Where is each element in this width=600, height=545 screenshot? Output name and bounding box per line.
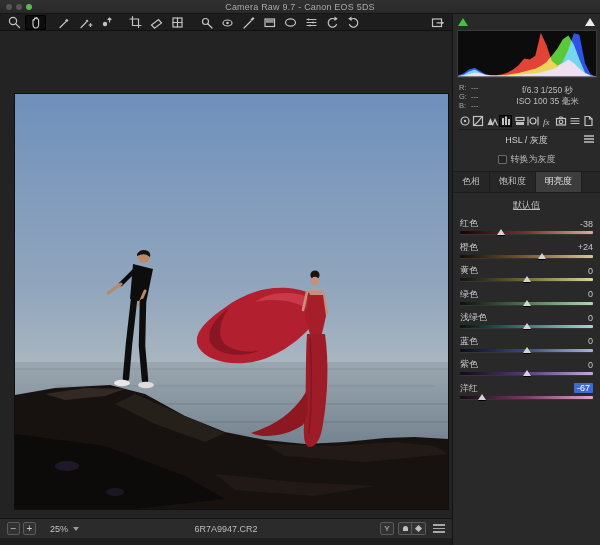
slider-track[interactable] xyxy=(460,231,593,234)
rotate-cw-tool-icon[interactable] xyxy=(343,15,364,30)
person-icon xyxy=(403,526,408,531)
tab-luminance[interactable]: 明亮度 xyxy=(536,172,582,192)
camera-raw-window: Camera Raw 9.7 - Canon EOS 5DS xyxy=(0,0,600,545)
tab-effects-icon[interactable]: fx xyxy=(541,115,554,127)
swap-settings-button[interactable] xyxy=(412,522,426,535)
panel-menu-icon[interactable] xyxy=(584,135,594,143)
slider-thumb[interactable] xyxy=(497,229,505,235)
targeted-adjustment-tool-icon[interactable] xyxy=(96,15,117,30)
toggle-fullscreen-icon[interactable] xyxy=(427,15,448,30)
exif-line1: f/6.3 1/250 秒 xyxy=(501,85,594,96)
tab-split-toning-icon[interactable] xyxy=(513,115,526,127)
tab-camera-calibration-icon[interactable] xyxy=(554,115,567,127)
grayscale-checkbox-row[interactable]: 转换为灰度 xyxy=(453,153,600,166)
magenta-value-input[interactable]: -67 xyxy=(574,383,593,393)
exif-line2: ISO 100 35 毫米 xyxy=(501,96,594,107)
grayscale-checkbox-label: 转换为灰度 xyxy=(511,153,556,166)
slider-value[interactable]: 0 xyxy=(588,360,593,370)
close-window-icon[interactable] xyxy=(6,4,12,10)
zoom-out-button[interactable]: − xyxy=(7,522,20,535)
hsl-sliders: 红色-38 橙色+24 黄色0 绿色0 浅绿色0 蓝色0 xyxy=(460,218,593,402)
shadow-clipping-icon[interactable] xyxy=(458,18,468,26)
copy-settings-button[interactable] xyxy=(398,522,412,535)
histogram[interactable] xyxy=(457,16,596,80)
slider-track[interactable] xyxy=(460,255,593,258)
hsl-tabs: 色相 饱和度 明亮度 xyxy=(453,171,600,193)
before-after-toggle-button[interactable]: Y xyxy=(380,522,394,535)
slider-thumb[interactable] xyxy=(523,300,531,306)
white-balance-tool-icon[interactable] xyxy=(54,15,75,30)
graduated-filter-tool-icon[interactable] xyxy=(259,15,280,30)
tab-tone-curve-icon[interactable] xyxy=(472,115,485,127)
histogram-plot xyxy=(457,30,597,78)
window-footer xyxy=(0,538,452,545)
preview-menu-icon[interactable] xyxy=(433,524,445,533)
slider-red[interactable]: 红色-38 xyxy=(460,218,593,237)
tab-snapshots-icon[interactable] xyxy=(582,115,595,127)
slider-thumb[interactable] xyxy=(538,253,546,259)
panel-title: HSL / 灰度 xyxy=(505,135,548,145)
window-title: Camera Raw 9.7 - Canon EOS 5DS xyxy=(225,2,375,12)
adjustments-panel: R:--- G:--- B:--- f/6.3 1/250 秒 ISO 100 … xyxy=(452,14,600,545)
bottom-bar: − + 25% 6R7A9947.CR2 Y xyxy=(0,518,452,538)
slider-purple[interactable]: 紫色0 xyxy=(460,359,593,378)
preferences-tool-icon[interactable] xyxy=(301,15,322,30)
straighten-tool-icon[interactable] xyxy=(146,15,167,30)
tab-lens-corrections-icon[interactable] xyxy=(527,115,540,127)
minimize-window-icon[interactable] xyxy=(16,4,22,10)
spot-removal-tool-icon[interactable] xyxy=(196,15,217,30)
zoom-in-button[interactable]: + xyxy=(23,522,36,535)
grayscale-checkbox[interactable] xyxy=(498,155,507,164)
color-sampler-tool-icon[interactable] xyxy=(75,15,96,30)
traffic-lights xyxy=(6,4,32,10)
tab-basic-icon[interactable] xyxy=(458,115,471,127)
slider-value[interactable]: 0 xyxy=(588,289,593,299)
zoom-window-icon[interactable] xyxy=(26,4,32,10)
title-bar: Camera Raw 9.7 - Canon EOS 5DS xyxy=(0,0,600,14)
slider-thumb[interactable] xyxy=(523,276,531,282)
slider-value[interactable]: -38 xyxy=(580,219,593,229)
tab-hue[interactable]: 色相 xyxy=(453,172,490,192)
diamond-icon xyxy=(415,525,422,532)
photo-preview[interactable] xyxy=(15,94,448,509)
slider-thumb[interactable] xyxy=(523,370,531,376)
slider-value[interactable]: 0 xyxy=(588,313,593,323)
slider-thumb[interactable] xyxy=(523,323,531,329)
zoom-level-select[interactable]: 25% xyxy=(45,523,84,535)
hand-tool-icon[interactable] xyxy=(25,15,46,30)
panel-title-row: HSL / 灰度 xyxy=(453,130,600,150)
rotate-ccw-tool-icon[interactable] xyxy=(322,15,343,30)
crop-tool-icon[interactable] xyxy=(125,15,146,30)
slider-magenta[interactable]: 洋红-67 xyxy=(460,383,593,402)
slider-value[interactable]: 0 xyxy=(588,266,593,276)
slider-green[interactable]: 绿色0 xyxy=(460,289,593,308)
tab-presets-icon[interactable] xyxy=(568,115,581,127)
panel-tab-icons: fx xyxy=(458,115,595,130)
highlight-clipping-icon[interactable] xyxy=(585,18,595,26)
slider-thumb[interactable] xyxy=(478,394,486,400)
red-eye-tool-icon[interactable] xyxy=(217,15,238,30)
exif-info: f/6.3 1/250 秒 ISO 100 35 毫米 xyxy=(501,83,594,110)
slider-value[interactable]: +24 xyxy=(578,242,593,252)
rgb-readout: R:--- G:--- B:--- xyxy=(459,83,501,110)
image-info: R:--- G:--- B:--- f/6.3 1/250 秒 ISO 100 … xyxy=(459,83,594,110)
slider-value[interactable]: 0 xyxy=(588,336,593,346)
transform-tool-icon[interactable] xyxy=(167,15,188,30)
radial-filter-tool-icon[interactable] xyxy=(280,15,301,30)
preview-canvas[interactable] xyxy=(0,31,452,518)
zoom-tool-icon[interactable] xyxy=(4,15,25,30)
tab-detail-icon[interactable] xyxy=(486,115,499,127)
tab-saturation[interactable]: 饱和度 xyxy=(490,172,536,192)
adjustment-brush-tool-icon[interactable] xyxy=(238,15,259,30)
tab-hsl-grayscale-icon[interactable] xyxy=(499,115,512,127)
default-values-link[interactable]: 默认值 xyxy=(453,199,600,212)
slider-orange[interactable]: 橙色+24 xyxy=(460,242,593,261)
chevron-down-icon xyxy=(73,527,79,531)
slider-yellow[interactable]: 黄色0 xyxy=(460,265,593,284)
slider-blue[interactable]: 蓝色0 xyxy=(460,336,593,355)
slider-thumb[interactable] xyxy=(523,347,531,353)
histogram-baseline xyxy=(458,76,596,77)
toolbar xyxy=(0,14,452,31)
svg-text:fx: fx xyxy=(543,117,550,127)
slider-aqua[interactable]: 浅绿色0 xyxy=(460,312,593,331)
